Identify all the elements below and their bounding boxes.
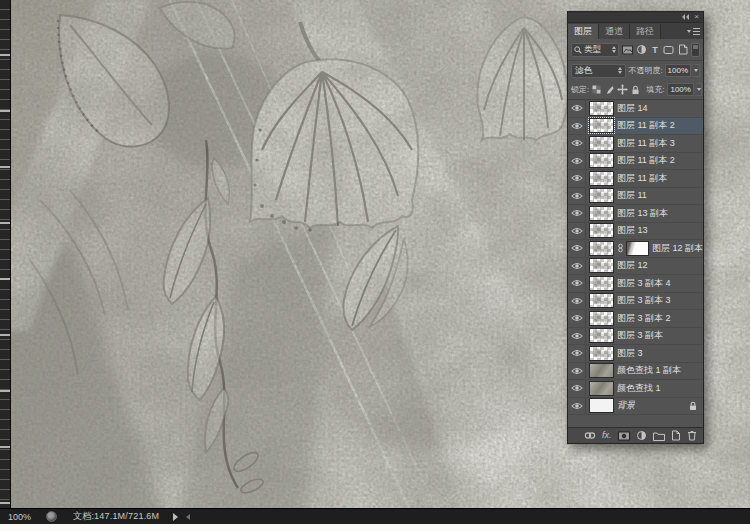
filter-adjustment-layers-icon[interactable] [635,43,647,56]
layer-thumbnail[interactable] [590,382,613,395]
layer-row[interactable]: 颜色查找 1 副本 [568,363,703,381]
filter-toggle-switch[interactable] [691,43,700,57]
visibility-toggle[interactable] [568,380,586,397]
filter-pixel-layers-icon[interactable] [621,43,633,56]
filter-smart-object-icon[interactable] [677,43,689,56]
add-layer-mask-icon[interactable] [618,431,630,441]
layer-thumbnail[interactable] [590,277,613,290]
layer-name[interactable]: 图层 12 [617,259,648,272]
layer-name[interactable]: 图层 11 副本 2 [617,119,675,132]
layer-thumbnail[interactable] [590,154,613,167]
new-layer-icon[interactable] [671,430,681,441]
layer-name[interactable]: 图层 3 副本 [617,329,663,342]
visibility-toggle[interactable] [568,328,586,345]
layer-thumbnail[interactable] [590,294,613,307]
layer-thumbnail[interactable] [590,399,613,412]
visibility-toggle[interactable] [568,170,586,187]
opacity-value-field[interactable]: 100% [665,64,691,77]
layer-name[interactable]: 图层 13 [617,224,648,237]
visibility-toggle[interactable] [568,118,586,135]
layer-row[interactable]: 图层 11 副本 2 [568,153,703,171]
layer-row[interactable]: 图层 11 副本 2 [568,118,703,136]
layer-row[interactable]: 图层 12 副本 [568,240,703,258]
lock-image-pixels-icon[interactable] [604,84,614,95]
fill-value-field[interactable]: 100% [667,83,693,96]
layer-row[interactable]: 背景 [568,398,703,416]
opacity-dropdown-arrow[interactable] [693,64,700,77]
layer-mask-thumbnail[interactable] [627,242,648,255]
layer-row[interactable]: 颜色查找 1 [568,380,703,398]
layer-name[interactable]: 颜色查找 1 副本 [617,364,681,377]
lock-transparent-pixels-icon[interactable] [592,84,601,95]
zoom-level-field[interactable]: 100% [8,512,34,522]
visibility-toggle[interactable] [568,293,586,310]
layer-name[interactable]: 图层 12 副本 [652,242,703,255]
layer-row[interactable]: 图层 13 副本 [568,205,703,223]
layer-row[interactable]: 图层 3 副本 3 [568,293,703,311]
layer-row[interactable]: 图层 3 [568,345,703,363]
visibility-toggle[interactable] [568,188,586,205]
visibility-toggle[interactable] [568,275,586,292]
filter-kind-select[interactable]: 类型 [571,43,619,57]
tab-channels[interactable]: 通道 [599,24,630,39]
new-adjustment-layer-icon[interactable] [636,430,647,441]
visibility-toggle[interactable] [568,223,586,240]
layer-thumbnail[interactable] [590,224,613,237]
layer-thumbnail[interactable] [590,242,613,255]
layer-thumbnail[interactable] [590,172,613,185]
visibility-toggle[interactable] [568,153,586,170]
layer-name[interactable]: 图层 14 [617,102,648,115]
layer-thumbnail[interactable] [590,347,613,360]
visibility-toggle[interactable] [568,345,586,362]
status-menu-icon[interactable] [46,511,57,522]
visibility-toggle[interactable] [568,363,586,380]
layer-name[interactable]: 图层 3 副本 4 [617,277,671,290]
layer-thumbnail[interactable] [590,312,613,325]
layer-thumbnail[interactable] [590,137,613,150]
visibility-toggle[interactable] [568,398,586,415]
layer-name[interactable]: 图层 3 副本 2 [617,312,671,325]
fill-dropdown-arrow[interactable] [697,83,702,96]
layer-thumbnail[interactable] [590,207,613,220]
layer-row[interactable]: 图层 11 [568,188,703,206]
lock-position-icon[interactable] [617,84,628,95]
panel-menu-icon[interactable] [685,25,701,37]
layer-name[interactable]: 图层 11 副本 2 [617,154,675,167]
collapse-panel-icon[interactable] [682,14,689,20]
layer-row[interactable]: 图层 12 [568,258,703,276]
layer-thumbnail[interactable] [590,329,613,342]
lock-all-icon[interactable] [631,84,640,95]
layer-name[interactable]: 图层 13 副本 [617,207,668,220]
layer-row[interactable]: 图层 3 副本 2 [568,310,703,328]
layer-name[interactable]: 颜色查找 1 [617,382,661,395]
visibility-toggle[interactable] [568,205,586,222]
layer-name[interactable]: 图层 11 [617,189,647,202]
layer-thumbnail[interactable] [590,189,613,202]
layer-name[interactable]: 图层 11 副本 [617,172,667,185]
filter-type-layers-icon[interactable]: T [649,43,661,56]
filter-shape-layers-icon[interactable] [663,43,675,56]
status-popup-arrow-icon[interactable] [173,513,178,521]
tab-paths[interactable]: 路径 [630,24,661,39]
layer-row[interactable]: 图层 11 副本 [568,170,703,188]
layer-row[interactable]: 图层 14 [568,100,703,118]
vertical-ruler[interactable] [0,0,11,508]
layer-row[interactable]: 图层 3 副本 4 [568,275,703,293]
layer-name[interactable]: 图层 3 副本 3 [617,294,671,307]
layer-style-icon[interactable]: fx. [602,431,612,440]
layer-thumbnail[interactable] [590,119,613,132]
layer-name[interactable]: 图层 11 副本 3 [617,137,675,150]
visibility-toggle[interactable] [568,310,586,327]
layer-thumbnail[interactable] [590,102,613,115]
link-layers-icon[interactable] [584,431,596,440]
new-group-icon[interactable] [653,431,665,441]
layer-name[interactable]: 图层 3 [617,347,643,360]
visibility-toggle[interactable] [568,135,586,152]
close-panel-icon[interactable]: × [694,13,699,21]
layer-thumbnail[interactable] [590,364,613,377]
tab-layers[interactable]: 图层 [568,24,599,39]
layer-row[interactable]: 图层 13 [568,223,703,241]
blend-mode-select[interactable]: 滤色 [571,64,626,78]
layer-row[interactable]: 图层 3 副本 [568,328,703,346]
visibility-toggle[interactable] [568,258,586,275]
